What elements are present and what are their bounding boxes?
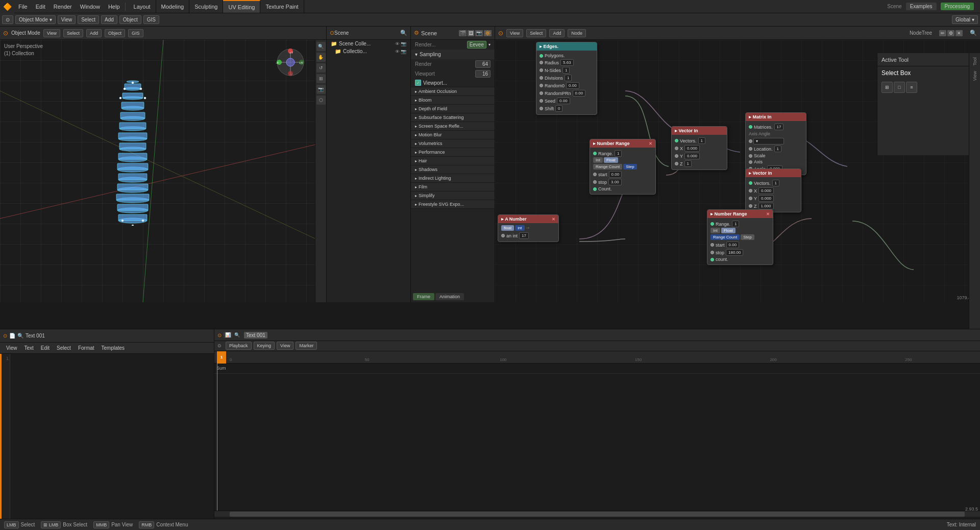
- sampling-header[interactable]: ▾ Sampling: [411, 50, 495, 59]
- viewport-denoising-field[interactable]: ✓ Viewport...: [411, 79, 495, 87]
- camera-icon[interactable]: 📷: [316, 85, 326, 94]
- add-btn[interactable]: Add: [101, 15, 117, 24]
- menu-format[interactable]: Format: [75, 345, 97, 351]
- track-area[interactable]: Sum: [214, 364, 980, 511]
- vi2-z-val[interactable]: 1.000: [758, 203, 774, 209]
- rotate-icon[interactable]: ↺: [316, 63, 326, 73]
- timeline-search-icon[interactable]: 🔍: [234, 332, 240, 338]
- tab-sculpting[interactable]: Sculpting: [189, 0, 223, 13]
- node-settings-icon[interactable]: ⚙: [947, 30, 954, 36]
- node-matrix-in[interactable]: ▸ Matrix In Matrices.17 Axis Angle ▾ Loc…: [745, 112, 806, 175]
- vi1-z-val[interactable]: 1: [684, 160, 692, 167]
- node-search-icon[interactable]: 🔍: [970, 30, 977, 36]
- node-view-menu[interactable]: View: [506, 29, 523, 37]
- nr2-stop-val[interactable]: 180.00: [726, 249, 743, 256]
- object-btn[interactable]: Object: [119, 15, 141, 24]
- nr2-float-tab[interactable]: Float: [721, 228, 736, 233]
- tab-layout[interactable]: Layout: [129, 0, 156, 13]
- nr1-step-tab[interactable]: Step: [623, 164, 636, 170]
- menu-edit[interactable]: Edit: [38, 345, 53, 351]
- node-add-menu[interactable]: Add: [549, 29, 565, 37]
- select-btn[interactable]: Select: [78, 15, 99, 24]
- tool-icon-box-select[interactable]: □: [894, 82, 905, 93]
- an-float-tab[interactable]: float: [501, 225, 514, 231]
- a-number-close[interactable]: ✕: [552, 217, 555, 222]
- nr1-stop-val[interactable]: 3.00: [608, 179, 622, 185]
- render-section-6[interactable]: ▸Volumetrics: [411, 139, 495, 148]
- node-close-icon[interactable]: ✕: [955, 30, 963, 36]
- rand0-val[interactable]: 0.00: [566, 82, 579, 89]
- outliner-item-scene-collection[interactable]: 📁 Scene Colle... 👁 📷: [327, 40, 410, 47]
- tool-icon-grid[interactable]: ⊞: [881, 82, 893, 93]
- visibility-icon[interactable]: 👁: [395, 41, 400, 46]
- nr1-float-tab[interactable]: Float: [604, 157, 618, 163]
- nsides-val[interactable]: 1: [562, 67, 570, 74]
- view-menu[interactable]: View: [43, 29, 60, 37]
- node-vector-in-2[interactable]: ▸ Vector In Vectors.1 X0.000 Y0.000 Z1.0…: [745, 168, 801, 212]
- outliner-item-collection[interactable]: 📁 Collectio... 👁 📷: [327, 47, 410, 55]
- tab-modeling[interactable]: Modeling: [156, 0, 190, 13]
- num-range-1-close[interactable]: ✕: [649, 141, 652, 146]
- select-menu[interactable]: Select: [63, 29, 83, 37]
- render-section-9[interactable]: ▸Shadows: [411, 165, 495, 174]
- nr2-int-tab[interactable]: Int: [710, 228, 720, 233]
- vi1-x-val[interactable]: 0.000: [684, 145, 700, 152]
- prop-icon-1[interactable]: 🎬: [459, 30, 467, 36]
- render-section-13[interactable]: ▸Freestyle SVG Expo...: [411, 200, 495, 209]
- nr2-step-tab[interactable]: Step: [741, 234, 754, 240]
- prop-icon-2[interactable]: 🖼: [468, 30, 474, 36]
- render-section-10[interactable]: ▸Indirect Lighting: [411, 174, 495, 183]
- render-section-7[interactable]: ▸Performance: [411, 148, 495, 157]
- menu-edit[interactable]: Edit: [32, 0, 50, 13]
- gis-btn[interactable]: GIS: [143, 15, 159, 24]
- render-engine-value[interactable]: Eevee: [467, 41, 486, 49]
- node-number-range-1[interactable]: ▸ Number Range ✕ Range.1 Int Float Range…: [590, 139, 656, 195]
- playback-btn[interactable]: Playback: [226, 342, 252, 350]
- view-tab[interactable]: View: [971, 69, 978, 83]
- mi-axisangle-dropdown[interactable]: ▾: [753, 138, 784, 144]
- vis-icon-2[interactable]: 👁: [395, 49, 400, 54]
- engine-dropdown-icon[interactable]: ▾: [488, 42, 491, 47]
- nr1-range-val[interactable]: 1: [615, 150, 622, 157]
- randpn-val[interactable]: 0.00: [573, 90, 586, 97]
- nr1-start-val[interactable]: 0.00: [609, 171, 622, 178]
- render-section-5[interactable]: ▸Motion Blur: [411, 131, 495, 139]
- scroll-thumb[interactable]: [230, 512, 965, 517]
- menu-file[interactable]: File: [14, 0, 32, 13]
- render-section-3[interactable]: ▸Subsurface Scattering: [411, 113, 495, 122]
- prop-icon-4[interactable]: 🔆: [484, 30, 492, 36]
- menu-window[interactable]: Window: [76, 0, 104, 13]
- nav-widget[interactable]: +Y -Y -X +X: [275, 47, 306, 78]
- an-int-tab[interactable]: int: [515, 225, 524, 231]
- text-editor-body[interactable]: 1: [0, 354, 214, 519]
- an-int-val[interactable]: 17: [519, 232, 529, 239]
- examples-label[interactable]: Examples: [906, 3, 937, 10]
- nr2-range-val[interactable]: 1: [732, 221, 739, 227]
- object-mode-btn[interactable]: Object Mode ▾: [15, 15, 56, 24]
- viewport-3d[interactable]: ⊙ Object Mode View Select Add Object GIS: [0, 27, 327, 302]
- render-section-2[interactable]: ▸Depth of Field: [411, 105, 495, 113]
- vi2-vecs-val[interactable]: 1: [772, 180, 779, 186]
- radius-val[interactable]: 5.63: [560, 59, 574, 66]
- camera-vis-icon[interactable]: 📷: [401, 41, 406, 46]
- node-vector-in-1[interactable]: ▸ Vector In Vectors.1 X0.000 Y0.000 Z1: [671, 126, 727, 170]
- nr2-start-val[interactable]: 0.00: [726, 242, 740, 248]
- frame-tab[interactable]: Frame: [413, 293, 434, 300]
- vi1-vecs-val[interactable]: 1: [698, 137, 705, 144]
- div-val[interactable]: 1: [565, 75, 572, 81]
- nr2-count-tab[interactable]: Range Count: [710, 234, 740, 240]
- text-search-icon[interactable]: 🔍: [17, 333, 23, 339]
- viewport-samples-value[interactable]: 16: [475, 70, 491, 78]
- node-edit-icon[interactable]: ✏: [939, 30, 946, 36]
- timeline-scrollbar[interactable]: [214, 511, 980, 517]
- hand-icon[interactable]: ✋: [316, 53, 326, 62]
- render-samples-value[interactable]: 64: [475, 60, 491, 68]
- node-node-menu[interactable]: Node: [568, 29, 586, 37]
- menu-text[interactable]: Text: [21, 345, 37, 351]
- mi-loc-val[interactable]: 1: [774, 146, 781, 152]
- tool-tab[interactable]: Tool: [971, 55, 978, 68]
- render-section-1[interactable]: ▸Bloom: [411, 96, 495, 105]
- vi2-x-val[interactable]: 0.000: [758, 187, 774, 194]
- gis-menu[interactable]: GIS: [128, 29, 143, 37]
- text-file-dropdown[interactable]: 📄: [9, 333, 15, 339]
